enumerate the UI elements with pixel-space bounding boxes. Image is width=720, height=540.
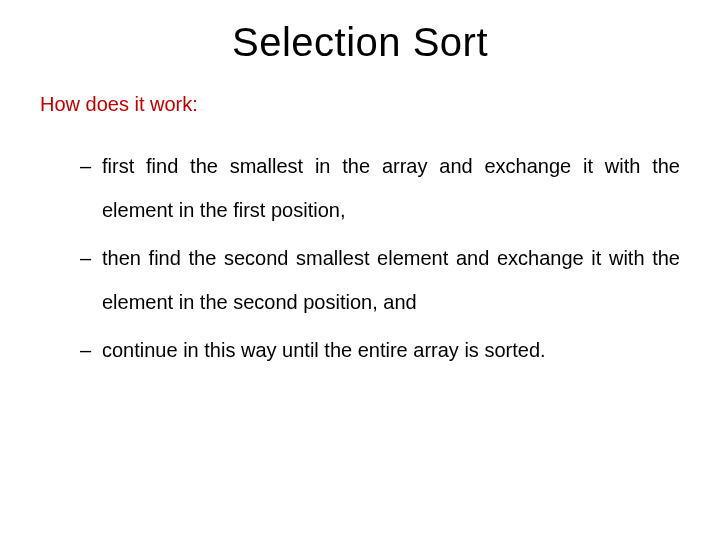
- list-item: continue in this way until the entire ar…: [80, 328, 680, 372]
- list-item: first find the smallest in the array and…: [80, 144, 680, 232]
- list-item: then find the second smallest element an…: [80, 236, 680, 324]
- section-heading: How does it work:: [40, 93, 680, 116]
- bullet-list: first find the smallest in the array and…: [40, 144, 680, 372]
- slide-title: Selection Sort: [40, 20, 680, 65]
- slide: Selection Sort How does it work: first f…: [0, 0, 720, 540]
